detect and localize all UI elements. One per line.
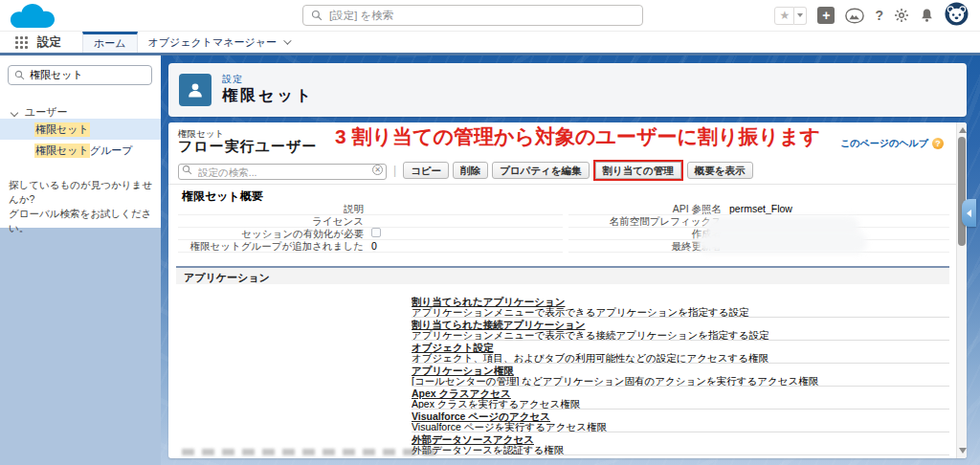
- favorites-control: ★: [774, 7, 807, 25]
- annotation-step-3: 3 割り当ての管理から対象のユーザーに割り振ります: [335, 123, 820, 150]
- sidebar-group-users[interactable]: ユーザー: [11, 105, 68, 120]
- header-divider: [168, 184, 957, 185]
- edit-properties-button[interactable]: プロパティを編集: [492, 162, 589, 179]
- favorites-caret-icon[interactable]: [794, 7, 807, 25]
- chevron-left-icon: [967, 210, 971, 217]
- settings-quick-find: ✕: [178, 163, 387, 179]
- overview-left-column: 説明 ライセンス セッションの有効化が必要 権限セットグループが追加されました0: [178, 203, 563, 253]
- search-icon: [182, 165, 192, 175]
- page-title: 権限セット: [222, 86, 314, 106]
- global-search-input[interactable]: [329, 10, 635, 21]
- sidebar-item-permission-set-groups[interactable]: 権限セットグループ: [0, 140, 161, 161]
- chevron-down-icon: [283, 36, 291, 44]
- global-header: ★ + ?: [0, 0, 980, 31]
- setup-nav-bar: 設定 ホーム オブジェクトマネージャー: [0, 31, 980, 55]
- list-item: オブジェクト設定 オブジェクト、項目、およびタブの利用可能性などの設定にアクセス…: [412, 341, 949, 364]
- annotation-highlight-frame: 割り当ての管理: [593, 160, 683, 181]
- clipped-text-remnant: [182, 449, 436, 455]
- field-row-description: 説明: [178, 203, 563, 215]
- collapsed-panel-handle[interactable]: [962, 199, 976, 227]
- user-avatar[interactable]: [945, 2, 969, 30]
- sidebar-not-found-hint: 探しているものが見つかりませんか? グローバル検索をお試しください。: [9, 178, 161, 235]
- help-badge-icon[interactable]: ?: [932, 138, 944, 149]
- setup-sidebar: ユーザー 権限セット 権限セットグループ 探しているものが見つかりませんか? グ…: [0, 55, 161, 228]
- delete-button[interactable]: 削除: [453, 162, 488, 179]
- scroll-down-arrow-icon[interactable]: [959, 448, 967, 454]
- setup-gear-icon[interactable]: [894, 8, 909, 23]
- permission-set-object-icon: [179, 74, 212, 106]
- record-detail-card: 権限セット フロー実行ユーザー 3 割り当ての管理から対象のユーザーに割り振りま…: [168, 122, 967, 458]
- setup-app-label: 設定: [37, 32, 61, 53]
- quick-add-icon[interactable]: +: [817, 7, 835, 24]
- help-icon[interactable]: ?: [875, 8, 883, 23]
- list-item: Apex クラスアクセス Apex クラスを実行するアクセス権限: [412, 387, 949, 410]
- search-icon: [311, 10, 323, 21]
- global-search-box: [302, 5, 643, 26]
- list-item: 割り当てられたアプリケーション アプリケーションメニューで表示できるアプリケーシ…: [412, 295, 949, 318]
- page-header-eyebrow: 設定: [222, 73, 243, 86]
- scrollbar-thumb[interactable]: [958, 137, 966, 246]
- chevron-down-icon: [11, 108, 18, 116]
- trailhead-help-icon[interactable]: [845, 8, 864, 24]
- redacted-last-modified-by-value: [697, 232, 867, 254]
- salesforce-cloud-logo: [10, 3, 56, 33]
- settings-quick-find-input[interactable]: [178, 164, 387, 180]
- record-toolbar: ✕ | コピー 削除 プロパティを編集 割り当ての管理 概要を表示: [178, 161, 946, 180]
- search-icon: [14, 70, 25, 80]
- field-row-psg-added: 権限セットグループが追加されました0: [178, 240, 563, 253]
- tab-home[interactable]: ホーム: [82, 32, 138, 53]
- field-row-api-name: API 参照名permset_Flow: [568, 203, 949, 215]
- applications-link-list: 割り当てられたアプリケーション アプリケーションメニューで表示できるアプリケーシ…: [412, 295, 949, 455]
- toolbar-divider: |: [393, 164, 396, 177]
- page-help-link[interactable]: このページのヘルプ ?: [840, 137, 944, 150]
- sidebar-search-input[interactable]: [30, 70, 145, 81]
- notification-bell-icon[interactable]: [920, 8, 934, 23]
- field-row-license: ライセンス: [178, 215, 563, 228]
- copy-button[interactable]: コピー: [403, 162, 449, 179]
- list-item: 外部データソースアクセス 外部データソースを認証する権限: [412, 432, 949, 455]
- view-summary-button[interactable]: 概要を表示: [687, 162, 753, 179]
- list-item: Visualforce ページのアクセス Visualforce ページを実行す…: [412, 410, 949, 432]
- list-item: 割り当てられた接続アプリケーション アプリケーションメニューで表示できる接続アプ…: [412, 318, 949, 341]
- list-item: アプリケーション権限 [コールセンターの管理] などアプリケーション固有のアクシ…: [412, 364, 949, 387]
- applications-section-header: アプリケーション: [176, 266, 949, 284]
- record-title: フロー実行ユーザー: [178, 138, 317, 156]
- content-scrollbar[interactable]: [956, 122, 967, 458]
- favorites-star-icon[interactable]: ★: [774, 7, 794, 25]
- app-launcher-waffle-icon[interactable]: [15, 36, 28, 49]
- page-header-card: 設定 権限セット: [168, 63, 967, 117]
- field-row-session-activation: セッションの有効化が必要: [178, 228, 563, 240]
- tab-object-manager[interactable]: オブジェクトマネージャー: [138, 32, 301, 53]
- manage-assignments-button[interactable]: 割り当ての管理: [595, 162, 681, 179]
- clear-search-icon[interactable]: ✕: [372, 165, 383, 175]
- sidebar-search-box: [8, 65, 152, 85]
- sidebar-item-permission-sets[interactable]: 権限セット: [0, 119, 161, 140]
- session-activation-checkbox[interactable]: [371, 228, 381, 237]
- main-region: 設定 権限セット 権限セット フロー実行ユーザー 3 割り当ての管理から対象のユ…: [161, 55, 980, 465]
- scroll-up-arrow-icon[interactable]: [959, 127, 967, 133]
